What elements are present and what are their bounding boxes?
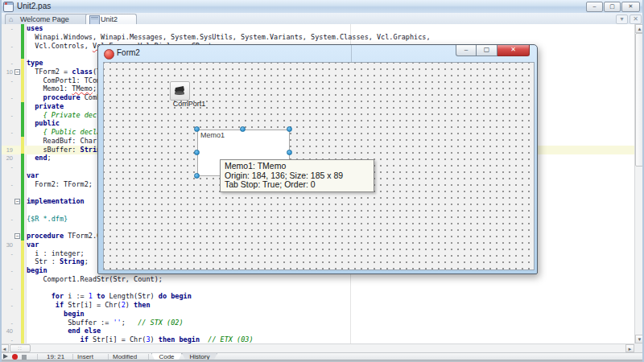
code-line: begin (0, 310, 634, 319)
form-icon (104, 49, 114, 60)
line-number: 20 (0, 154, 13, 162)
fold-marker-icon[interactable]: − (14, 199, 20, 204)
maximize-button[interactable]: ▢ (604, 2, 621, 12)
tab-dropdown-icon[interactable]: ▾ (616, 14, 628, 24)
macro-stop-icon[interactable] (22, 355, 27, 360)
line-number: - (0, 59, 13, 68)
code-line: 40 end else (0, 327, 634, 335)
line-number: - (0, 180, 13, 189)
line-number: - (0, 335, 13, 343)
change-bar (21, 301, 24, 310)
tab-welcome-page[interactable]: ⌂ Welcome Page (5, 14, 89, 25)
serial-port-icon (173, 84, 186, 97)
code-line: Comport1.ReadStr(Str, Count); (0, 275, 634, 284)
horizontal-scrollbar-thumb[interactable]: ∷ (10, 344, 31, 352)
change-bar (21, 128, 24, 137)
line-number: 40 (0, 327, 13, 335)
line-number: - (0, 93, 13, 102)
change-bar (21, 68, 24, 76)
change-bar (21, 180, 24, 189)
change-bar (21, 102, 24, 111)
form-designer-window[interactable]: Form2 – ▢ ✕ ComPort1 Memo1 Memo1: TMemo (97, 44, 538, 274)
change-bar (21, 284, 24, 293)
fold-marker-icon[interactable]: − (14, 69, 20, 75)
change-bar (21, 275, 24, 284)
form-titlebar[interactable]: Form2 – ▢ ✕ (98, 45, 537, 62)
change-bar (21, 93, 24, 102)
resize-handle-top-mid[interactable] (240, 126, 246, 132)
change-bar (21, 266, 24, 275)
line-number: - (0, 24, 13, 33)
change-bar (21, 206, 24, 215)
change-bar (21, 327, 24, 335)
form-minimize-button[interactable]: – (456, 45, 477, 56)
resize-handle-top-left[interactable] (194, 126, 200, 132)
line-number: - (0, 162, 13, 171)
change-bar (21, 215, 24, 224)
line-number: - (0, 319, 13, 327)
code-line: for i := 1 to Length(Str) do begin (0, 292, 634, 301)
change-bar (21, 33, 24, 42)
resize-handle-top-right[interactable] (287, 126, 292, 132)
change-bar (21, 119, 24, 128)
scroll-right-icon[interactable]: ► (625, 344, 634, 352)
macro-record-icon[interactable] (12, 354, 18, 360)
line-number: - (0, 284, 13, 293)
change-bar (21, 319, 24, 327)
line-number: 30 (0, 241, 13, 249)
change-bar (21, 162, 24, 171)
resize-handle-bottom-left[interactable] (194, 173, 200, 179)
form-title: Form2 (117, 48, 140, 57)
change-bar (21, 232, 24, 241)
fold-marker-icon[interactable]: − (14, 233, 20, 239)
change-bar (21, 84, 24, 93)
tab-close-icon[interactable]: ✕ (630, 14, 642, 24)
change-bar (21, 292, 24, 301)
resize-handle-mid-right[interactable] (287, 150, 292, 155)
line-number: - (0, 266, 13, 275)
form-maximize-button[interactable]: ▢ (477, 45, 497, 56)
change-bar (21, 257, 24, 266)
line-number: 10 (0, 68, 13, 76)
line-number: - (0, 76, 13, 85)
memo-label: Memo1 (200, 131, 225, 139)
change-bar (21, 154, 24, 162)
change-bar (21, 146, 24, 154)
glass-margin-line (351, 45, 352, 62)
form-close-button[interactable]: ✕ (497, 45, 530, 56)
close-button[interactable]: ✕ (621, 2, 640, 12)
code-line: - (0, 284, 634, 293)
code-line: - if Str[i] = Chr(3) then begin // ETX (… (0, 335, 634, 343)
change-bar (21, 335, 24, 343)
change-bar (21, 76, 24, 85)
resize-handle-mid-left[interactable] (194, 150, 200, 155)
line-number: - (0, 128, 13, 137)
line-number: - (0, 42, 13, 51)
form-design-surface[interactable]: ComPort1 Memo1 Memo1: TMemo Origin: 184,… (103, 62, 535, 270)
macro-play-icon[interactable] (3, 354, 8, 359)
code-line: - Sbuffer := ''; // STX (02) (0, 319, 634, 327)
change-bar (21, 24, 24, 33)
app-icon (3, 2, 14, 12)
horizontal-scrollbar[interactable]: ◄ ∷ ► (0, 343, 634, 352)
window-title: Unit2.pas (17, 2, 51, 10)
window-left-edge (0, 0, 2, 362)
tab-unit2[interactable]: Unit2 (85, 14, 137, 25)
ide-window: { "window": { "title": "Unit2.pas", "but… (0, 0, 644, 362)
change-bar (21, 249, 24, 258)
line-number: - (0, 301, 13, 310)
code-line: -uses (0, 24, 634, 33)
change-bar (21, 188, 24, 197)
change-bar (21, 42, 24, 51)
line-number: 19 (0, 146, 13, 154)
change-bar (21, 197, 24, 206)
code-line: Winapi.Windows, Winapi.Messages, System.… (0, 33, 634, 42)
line-number: - (0, 111, 13, 120)
change-bar (21, 223, 24, 232)
comport-label: ComPort1 (151, 100, 228, 108)
change-bar (21, 111, 24, 120)
change-bar (21, 137, 24, 146)
comport-component[interactable] (170, 81, 190, 101)
minimize-button[interactable]: – (586, 2, 603, 12)
ide-titlebar[interactable]: Unit2.pas – ▢ ✕ (0, 0, 644, 14)
